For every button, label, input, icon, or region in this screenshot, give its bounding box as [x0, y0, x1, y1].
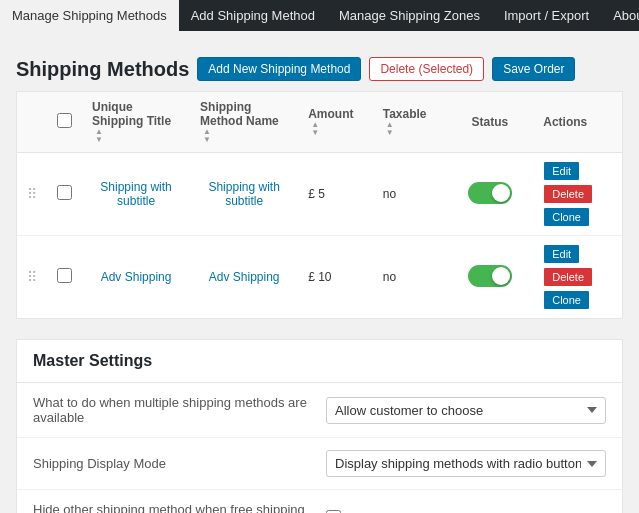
row-checkbox-1[interactable] [47, 236, 82, 319]
amount-0: £ 5 [298, 153, 373, 236]
delete-btn-0[interactable]: Delete [543, 184, 593, 204]
sort-unique-title[interactable]: ▲▼ [95, 128, 103, 144]
page-title: Shipping Methods [16, 58, 189, 81]
toggle-1[interactable] [468, 265, 512, 287]
method-name-0: Shipping with subtitle [190, 153, 298, 236]
master-settings-title: Master Settings [17, 340, 622, 383]
select-1[interactable]: Display shipping methods with radio butt… [326, 450, 606, 477]
method-name-link-0[interactable]: Shipping with subtitle [200, 180, 288, 208]
checkbox-wrap-2 [326, 510, 606, 514]
method-name-link-1[interactable]: Adv Shipping [200, 270, 288, 284]
unique-title-1: Adv Shipping [82, 236, 190, 319]
clone-btn-1[interactable]: Clone [543, 290, 590, 310]
select-all-checkbox[interactable] [57, 113, 72, 128]
edit-btn-0[interactable]: Edit [543, 161, 580, 181]
shipping-methods-table-wrap: Unique Shipping Title ▲▼ Shipping Method… [16, 91, 623, 319]
section-header: Shipping Methods Add New Shipping Method… [16, 47, 623, 91]
sort-taxable[interactable]: ▲▼ [386, 121, 394, 137]
method-name-1: Adv Shipping [190, 236, 298, 319]
nav-item-import-/-export[interactable]: Import / Export [492, 0, 601, 31]
settings-label-1: Shipping Display Mode [33, 456, 166, 471]
edit-btn-1[interactable]: Edit [543, 244, 580, 264]
table-header-row: Unique Shipping Title ▲▼ Shipping Method… [17, 92, 622, 153]
add-shipping-btn[interactable]: Add New Shipping Method [197, 57, 361, 81]
table-row: ⠿ Adv Shipping Adv Shipping £ 10 no Edit… [17, 236, 622, 319]
toggle-0[interactable] [468, 182, 512, 204]
th-actions: Actions [533, 92, 622, 153]
settings-label-2: Hide other shipping method when free shi… [33, 502, 305, 513]
shipping-methods-table: Unique Shipping Title ▲▼ Shipping Method… [17, 92, 622, 318]
row-checkbox-0[interactable] [47, 153, 82, 236]
control-container-1: Display shipping methods with radio butt… [326, 450, 606, 477]
toggle-knob-1 [492, 267, 510, 285]
settings-row-1: Shipping Display Mode Display shipping m… [17, 438, 622, 490]
nav-item-manage-shipping-zones[interactable]: Manage Shipping Zones [327, 0, 492, 31]
settings-label-0: What to do when multiple shipping method… [33, 395, 307, 425]
settings-row-0: What to do when multiple shipping method… [17, 383, 622, 438]
action-buttons-0: Edit Delete Clone [543, 161, 612, 227]
control-container-2 [326, 510, 606, 514]
checkbox-2[interactable] [326, 510, 341, 514]
th-taxable[interactable]: Taxable ▲▼ [373, 92, 447, 153]
row-select-checkbox-0[interactable] [57, 185, 72, 200]
sort-amount[interactable]: ▲▼ [311, 121, 319, 137]
status-toggle-1[interactable] [447, 236, 534, 319]
toggle-knob-0 [492, 184, 510, 202]
table-row: ⠿ Shipping with subtitle Shipping with s… [17, 153, 622, 236]
nav-item-add-shipping-method[interactable]: Add Shipping Method [179, 0, 327, 31]
delete-btn-1[interactable]: Delete [543, 267, 593, 287]
amount-1: £ 10 [298, 236, 373, 319]
master-settings-section: Master Settings What to do when multiple… [16, 339, 623, 513]
control-container-0: Allow customer to chooseUse cheapestUse … [326, 397, 606, 424]
taxable-0: no [373, 153, 447, 236]
th-method-name[interactable]: Shipping Method Name ▲▼ [190, 92, 298, 153]
settings-row-2: Hide other shipping method when free shi… [17, 490, 622, 513]
th-amount[interactable]: Amount ▲▼ [298, 92, 373, 153]
select-0[interactable]: Allow customer to chooseUse cheapestUse … [326, 397, 606, 424]
th-unique-title[interactable]: Unique Shipping Title ▲▼ [82, 92, 190, 153]
action-buttons-1: Edit Delete Clone [543, 244, 612, 310]
taxable-1: no [373, 236, 447, 319]
sort-method-name[interactable]: ▲▼ [203, 128, 211, 144]
drag-handle-0[interactable]: ⠿ [17, 153, 47, 236]
label-container-0: What to do when multiple shipping method… [33, 395, 310, 425]
th-checkbox [47, 92, 82, 153]
unique-title-link-1[interactable]: Adv Shipping [92, 270, 180, 284]
top-nav: Manage Shipping MethodsAdd Shipping Meth… [0, 0, 639, 31]
main-content: Shipping Methods Add New Shipping Method… [0, 31, 639, 513]
nav-item-manage-shipping-methods[interactable]: Manage Shipping Methods [0, 0, 179, 31]
nav-item-about-plugin[interactable]: About Plugin [601, 0, 639, 31]
unique-title-0: Shipping with subtitle [82, 153, 190, 236]
th-status: Status [447, 92, 534, 153]
drag-handle-1[interactable]: ⠿ [17, 236, 47, 319]
delete-selected-btn[interactable]: Delete (Selected) [369, 57, 484, 81]
label-container-2: Hide other shipping method when free shi… [33, 502, 310, 513]
unique-title-link-0[interactable]: Shipping with subtitle [92, 180, 180, 208]
label-container-1: Shipping Display Mode [33, 456, 310, 471]
actions-0: Edit Delete Clone [533, 153, 622, 236]
actions-1: Edit Delete Clone [533, 236, 622, 319]
th-drag [17, 92, 47, 153]
row-select-checkbox-1[interactable] [57, 268, 72, 283]
status-toggle-0[interactable] [447, 153, 534, 236]
clone-btn-0[interactable]: Clone [543, 207, 590, 227]
save-order-btn[interactable]: Save Order [492, 57, 575, 81]
